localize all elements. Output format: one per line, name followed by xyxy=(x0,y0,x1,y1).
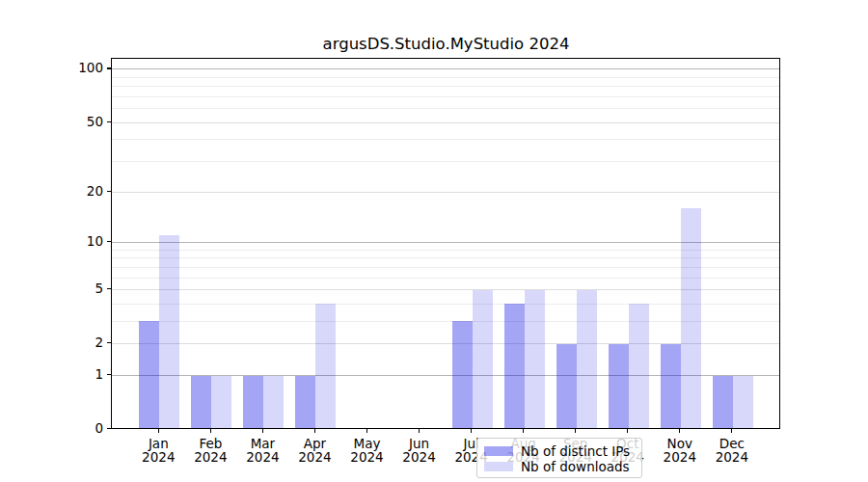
legend: Nb of distinct IPs Nb of downloads xyxy=(476,438,642,478)
x-tick xyxy=(210,429,211,434)
y-tick xyxy=(107,67,112,68)
gridline-mid xyxy=(112,192,779,193)
gridline-minor xyxy=(112,257,779,258)
x-tick xyxy=(419,429,420,434)
legend-label-downloads: Nb of downloads xyxy=(521,460,630,473)
y-tick xyxy=(107,241,112,242)
gridline-minor xyxy=(112,77,779,78)
legend-entry-distinct-ips: Nb of distinct IPs xyxy=(484,444,630,458)
y-tick xyxy=(107,121,112,122)
chart-title: argusDS.Studio.MyStudio 2024 xyxy=(111,35,781,54)
y-tick-label: 20 xyxy=(45,184,103,199)
bar-distinct-ips-apr xyxy=(295,376,315,429)
bar-distinct-ips-sep xyxy=(556,344,577,429)
x-tick xyxy=(262,429,263,434)
bar-downloads-aug xyxy=(525,290,545,429)
x-tick xyxy=(627,429,628,434)
x-tick xyxy=(575,429,576,434)
legend-label-distinct-ips: Nb of distinct IPs xyxy=(521,444,630,458)
gridline-major xyxy=(112,68,779,69)
bar-downloads-dec xyxy=(733,376,753,429)
plot-area: Nb of distinct IPs Nb of downloads xyxy=(111,58,780,429)
gridline-minor xyxy=(112,96,779,97)
y-tick-label: 50 xyxy=(45,115,103,129)
bar-distinct-ips-mar xyxy=(243,376,263,429)
x-tick xyxy=(523,429,524,434)
gridline-mid xyxy=(112,289,779,290)
bar-distinct-ips-dec xyxy=(713,376,733,429)
y-tick xyxy=(107,342,112,343)
y-tick xyxy=(107,288,112,289)
gridline-mid xyxy=(112,122,779,123)
x-tick xyxy=(158,429,159,434)
y-tick-label: 100 xyxy=(45,61,103,75)
gridline-minor xyxy=(112,250,779,251)
x-tick xyxy=(731,429,732,434)
gridline-minor xyxy=(112,108,779,109)
bar-downloads-jul xyxy=(473,290,493,429)
bar-downloads-oct xyxy=(629,304,649,428)
x-tick xyxy=(314,429,315,434)
bar-distinct-ips-nov xyxy=(661,344,681,429)
y-tick xyxy=(107,428,112,429)
gridline-minor xyxy=(112,86,779,87)
bar-distinct-ips-oct xyxy=(609,344,629,429)
gridline-minor xyxy=(112,321,779,322)
x-tick xyxy=(366,429,367,434)
gridline-major xyxy=(112,242,779,243)
bar-distinct-ips-jan xyxy=(139,321,159,428)
y-tick xyxy=(107,374,112,375)
bar-downloads-apr xyxy=(315,304,336,428)
legend-entry-downloads: Nb of downloads xyxy=(484,460,630,473)
x-tick-label-dec: Dec2024 xyxy=(693,437,771,464)
gridline-minor xyxy=(112,139,779,140)
legend-swatch-distinct-ips xyxy=(484,446,513,456)
y-tick-label: 10 xyxy=(45,234,103,249)
bar-downloads-sep xyxy=(577,290,597,429)
bar-distinct-ips-feb xyxy=(191,376,211,429)
gridline-minor xyxy=(112,304,779,305)
bar-distinct-ips-jul xyxy=(452,321,473,428)
x-tick-year: 2024 xyxy=(693,450,771,464)
gridline-minor xyxy=(112,267,779,268)
gridline-minor xyxy=(112,161,779,162)
y-tick xyxy=(107,191,112,192)
gridline-minor xyxy=(112,278,779,279)
y-tick-label: 2 xyxy=(45,335,103,350)
legend-swatch-downloads xyxy=(484,462,513,471)
bar-distinct-ips-aug xyxy=(504,304,525,428)
bar-downloads-feb xyxy=(211,376,231,429)
chart-figure: argusDS.Studio.MyStudio 2024 Nb of disti… xyxy=(0,0,868,482)
y-tick-label: 5 xyxy=(45,281,103,296)
y-tick-label: 0 xyxy=(45,421,103,436)
bar-downloads-nov xyxy=(681,208,701,428)
bar-downloads-mar xyxy=(263,376,284,429)
y-tick-label: 1 xyxy=(45,367,103,382)
x-tick xyxy=(679,429,680,434)
bar-downloads-jan xyxy=(159,235,179,428)
x-tick xyxy=(471,429,472,434)
